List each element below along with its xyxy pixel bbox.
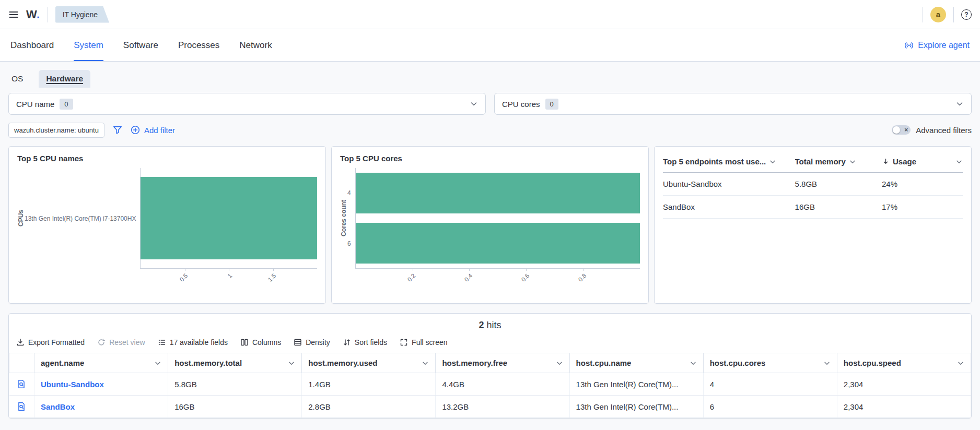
- column-header-cpu-cores: host.cpu.cores: [703, 353, 837, 373]
- cell-cpu-speed: 2,304: [837, 396, 971, 418]
- agent-link[interactable]: SandBox: [41, 402, 75, 411]
- panel-title: Top 5 CPU cores: [340, 154, 640, 163]
- inspect-document-icon[interactable]: [9, 373, 34, 396]
- x-tick-label: 1.5: [267, 272, 277, 283]
- cpu-cores-select[interactable]: CPU cores 0: [494, 93, 972, 115]
- chevron-down-icon: [955, 158, 963, 165]
- toggle-off-icon: ×: [904, 127, 908, 133]
- bar[interactable]: [356, 223, 640, 264]
- hamburger-menu-icon[interactable]: [8, 9, 19, 20]
- endpoint-usage: 17%: [882, 202, 963, 211]
- count-badge: 0: [545, 99, 558, 110]
- signal-icon: [904, 41, 914, 50]
- cpu-names-bar-chart: CPUs13th Gen Intel(R) Core(TM) i7-13700H…: [17, 168, 317, 296]
- table-row: SandBox 16GB 2.8GB 13.2GB 13th Gen Intel…: [9, 396, 971, 418]
- filter-selects: CPU name 0 CPU cores 0: [8, 93, 972, 115]
- cell-memory-total: 5.8GB: [168, 373, 302, 396]
- chevron-down-icon[interactable]: [288, 360, 295, 367]
- tab-dashboard[interactable]: Dashboard: [10, 29, 54, 61]
- inspect-document-icon[interactable]: [9, 396, 34, 418]
- tab-system[interactable]: System: [74, 29, 103, 61]
- export-icon: [16, 338, 25, 347]
- help-icon[interactable]: ?: [961, 9, 972, 20]
- panel-title: Top 5 CPU names: [17, 154, 317, 163]
- bar[interactable]: [356, 173, 640, 214]
- advanced-filters-label: Advanced filters: [916, 126, 972, 135]
- panel-top5-cpu-names: Top 5 CPU names CPUs13th Gen Intel(R) Co…: [8, 146, 326, 304]
- cpu-name-select[interactable]: CPU name 0: [8, 93, 486, 115]
- subtab-os[interactable]: OS: [9, 70, 25, 88]
- x-tick-label: 0.2: [406, 272, 416, 283]
- x-tick-label: 0.6: [520, 272, 531, 283]
- panel-top5-cpu-cores: Top 5 CPU cores Cores count460.20.40.60.…: [331, 146, 649, 304]
- sort-icon: [343, 338, 351, 347]
- chevron-down-icon[interactable]: [957, 360, 964, 367]
- export-formatted-button[interactable]: Export Formatted: [16, 338, 85, 347]
- column-header-cpu-name: host.cpu.name: [569, 353, 703, 373]
- agent-link[interactable]: Ubuntu-Sandbox: [41, 380, 104, 389]
- tab-processes[interactable]: Processes: [178, 29, 219, 61]
- table-row: Ubuntu-Sandbox 5.8GB 1.4GB 4.4GB 13th Ge…: [9, 373, 971, 396]
- explore-agent-button[interactable]: Explore agent: [904, 29, 970, 61]
- endpoint-memory: 16GB: [795, 202, 882, 211]
- fullscreen-icon: [400, 338, 408, 347]
- column-header-endpoints[interactable]: Top 5 endpoints most use...: [663, 157, 795, 166]
- chevron-down-icon[interactable]: [690, 360, 697, 367]
- cell-memory-used: 1.4GB: [302, 373, 436, 396]
- wazuh-logo: W.: [26, 8, 40, 21]
- chevron-down-icon: [955, 100, 964, 108]
- chevron-down-icon: [769, 158, 776, 165]
- sort-fields-button[interactable]: Sort fields: [343, 338, 387, 347]
- avatar[interactable]: a: [930, 7, 946, 22]
- table-header-row: agent.name host.memory.total host.memory…: [9, 353, 971, 373]
- columns-button[interactable]: Columns: [240, 338, 281, 347]
- top-bar: W. IT Hygiene a ?: [0, 0, 980, 29]
- expand-column-header: [9, 353, 34, 373]
- divider: [48, 7, 48, 22]
- x-tick-label: 0.4: [463, 272, 473, 283]
- advanced-filters-control: × Advanced filters: [892, 125, 972, 135]
- column-header-total-memory[interactable]: Total memory: [795, 157, 882, 166]
- sort-desc-icon: [882, 158, 890, 165]
- advanced-filters-toggle[interactable]: ×: [892, 125, 911, 135]
- filter-pill[interactable]: wazuh.cluster.name: ubuntu: [8, 123, 104, 138]
- results-panel: 2 hits Export Formatted Reset view 17 av…: [8, 313, 972, 419]
- column-header-agent-name: agent.name: [34, 353, 168, 373]
- endpoint-name: Ubuntu-Sandbox: [663, 180, 795, 188]
- tab-network[interactable]: Network: [239, 29, 272, 61]
- count-badge: 0: [60, 99, 73, 110]
- full-screen-button[interactable]: Full screen: [400, 338, 447, 347]
- table-row[interactable]: Ubuntu-Sandbox 5.8GB 24%: [663, 173, 963, 196]
- field-list-icon: [158, 338, 166, 347]
- breadcrumb[interactable]: IT Hygiene: [55, 6, 109, 23]
- cell-cpu-speed: 2,304: [837, 373, 971, 396]
- y-tick-label: 4: [347, 168, 355, 219]
- results-toolbar: Export Formatted Reset view 17 available…: [9, 335, 971, 353]
- reset-view-button[interactable]: Reset view: [97, 338, 145, 347]
- subtab-hardware[interactable]: Hardware: [39, 70, 90, 88]
- chevron-down-icon[interactable]: [556, 360, 563, 367]
- cell-cpu-name: 13th Gen Intel(R) Core(TM)...: [569, 396, 703, 418]
- available-fields-button[interactable]: 17 available fields: [158, 338, 228, 347]
- table-row[interactable]: SandBox 16GB 17%: [663, 196, 963, 219]
- density-button[interactable]: Density: [294, 338, 330, 347]
- column-header-cpu-speed: host.cpu.speed: [837, 353, 971, 373]
- hits-count: 2 hits: [9, 314, 971, 335]
- column-header-memory-total: host.memory.total: [168, 353, 302, 373]
- y-axis-title: CPUs: [17, 210, 25, 226]
- add-filter-button[interactable]: Add filter: [131, 125, 175, 135]
- cell-cpu-name: 13th Gen Intel(R) Core(TM)...: [569, 373, 703, 396]
- column-header-memory-used: host.memory.used: [302, 353, 436, 373]
- chevron-down-icon[interactable]: [154, 360, 161, 367]
- chevron-down-icon[interactable]: [422, 360, 429, 367]
- x-tick-label: 0.8: [577, 272, 588, 283]
- y-tick-label: 13th Gen Intel(R) Core(TM) i7-13700HX: [25, 168, 140, 269]
- column-header-usage[interactable]: Usage: [882, 157, 963, 166]
- chevron-down-icon[interactable]: [823, 360, 831, 367]
- filter-funnel-icon[interactable]: [113, 125, 122, 135]
- plus-circle-icon: [131, 125, 140, 135]
- tab-software[interactable]: Software: [123, 29, 158, 61]
- toggle-knob: [893, 126, 900, 134]
- bar[interactable]: [141, 177, 317, 259]
- panel-top5-endpoints: Top 5 endpoints most use... Total memory…: [654, 146, 972, 304]
